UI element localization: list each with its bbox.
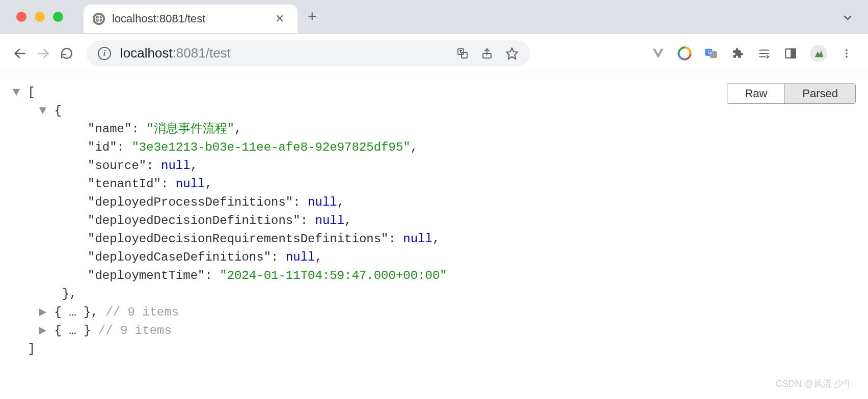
expand-toggle-icon[interactable]: ▶: [39, 322, 47, 340]
parsed-view-button[interactable]: Parsed: [785, 84, 855, 103]
json-brace-open: {: [54, 104, 61, 118]
extension-icons: G: [651, 45, 857, 62]
json-value: null: [308, 195, 337, 209]
translate-icon[interactable]: [456, 47, 469, 60]
view-toggle: Raw Parsed: [727, 83, 856, 104]
json-collapsed-object[interactable]: { … },: [54, 305, 98, 319]
json-value: null: [286, 250, 315, 264]
json-bracket-open: [: [28, 86, 35, 99]
collapse-toggle-icon[interactable]: ▼: [12, 83, 20, 102]
vue-extension-icon[interactable]: [651, 46, 665, 61]
back-button[interactable]: [11, 45, 29, 62]
extensions-puzzle-icon[interactable]: [730, 46, 745, 61]
svg-rect-4: [462, 52, 467, 58]
json-key: "deployedDecisionDefinitions": [88, 214, 301, 227]
collapse-toggle-icon[interactable]: ▼: [39, 102, 47, 120]
tab-bar: localhost:8081/test ✕ +: [0, 0, 868, 34]
minimize-window-button[interactable]: [35, 12, 45, 22]
json-key: "deployedProcessDefinitions": [88, 195, 293, 209]
json-item-count: // 9 items: [98, 305, 179, 319]
json-value: null: [161, 159, 191, 173]
tabs-dropdown-icon[interactable]: [842, 12, 854, 24]
watermark-text: CSDN @风流 少年: [776, 378, 853, 390]
json-value: null: [176, 177, 205, 191]
new-tab-button[interactable]: +: [308, 8, 317, 33]
reading-list-icon[interactable]: [757, 46, 771, 61]
expand-toggle-icon[interactable]: ▶: [39, 303, 47, 322]
json-key: "deployedCaseDefinitions": [88, 250, 271, 264]
json-key: "deployedDecisionRequirementsDefinitions…: [88, 232, 389, 246]
color-circle-extension-icon[interactable]: [677, 46, 692, 61]
google-translate-extension-icon[interactable]: G: [704, 46, 718, 61]
window-controls: [0, 12, 63, 33]
raw-view-button[interactable]: Raw: [727, 84, 785, 103]
url-text: localhost:8081/test: [120, 45, 231, 61]
globe-icon: [93, 13, 105, 25]
json-value: null: [315, 214, 344, 227]
svg-text:G: G: [708, 49, 712, 55]
forward-button[interactable]: [35, 45, 52, 62]
address-bar[interactable]: i localhost:8081/test: [87, 40, 530, 67]
json-bracket-close: ]: [28, 342, 35, 356]
svg-marker-7: [653, 48, 664, 58]
svg-marker-6: [506, 48, 518, 59]
json-viewer: Raw Parsed ▼ [ ▼ { "name": "消息事件流程", "id…: [0, 73, 868, 399]
json-item-count: // 9 items: [91, 324, 171, 337]
json-key: "source": [88, 159, 146, 173]
share-icon[interactable]: [481, 47, 493, 60]
json-value: null: [403, 232, 432, 246]
browser-tab[interactable]: localhost:8081/test ✕: [84, 5, 297, 33]
url-host: localhost: [120, 45, 173, 61]
close-window-button[interactable]: [16, 12, 26, 22]
url-path: :8081/test: [173, 45, 231, 61]
json-value: "消息事件流程": [146, 122, 234, 136]
site-info-icon[interactable]: i: [98, 47, 111, 60]
json-key: "name": [88, 122, 131, 136]
json-value: "2024-01-11T04:59:47.000+00:00": [220, 269, 447, 282]
tab-title: localhost:8081/test: [112, 12, 205, 25]
json-brace-close: },: [62, 287, 77, 301]
browser-toolbar: i localhost:8081/test G: [0, 34, 868, 73]
side-panel-icon[interactable]: [783, 46, 798, 61]
close-tab-button[interactable]: ✕: [272, 12, 287, 25]
kebab-menu-icon[interactable]: [839, 46, 854, 61]
svg-point-22: [846, 55, 848, 58]
json-key: "id": [88, 140, 117, 154]
bookmark-star-icon[interactable]: [505, 47, 519, 60]
json-collapsed-object[interactable]: { … }: [54, 324, 91, 337]
profile-avatar[interactable]: [810, 45, 827, 62]
json-key: "deploymentTime": [88, 269, 205, 282]
reload-button[interactable]: [58, 45, 75, 62]
svg-point-21: [846, 52, 848, 54]
json-key: "tenantId": [88, 177, 161, 191]
json-value: "3e3e1213-b03e-11ee-afe8-92e97825df95": [131, 140, 410, 154]
maximize-window-button[interactable]: [53, 12, 63, 22]
svg-rect-19: [791, 49, 796, 58]
svg-point-20: [846, 49, 848, 51]
